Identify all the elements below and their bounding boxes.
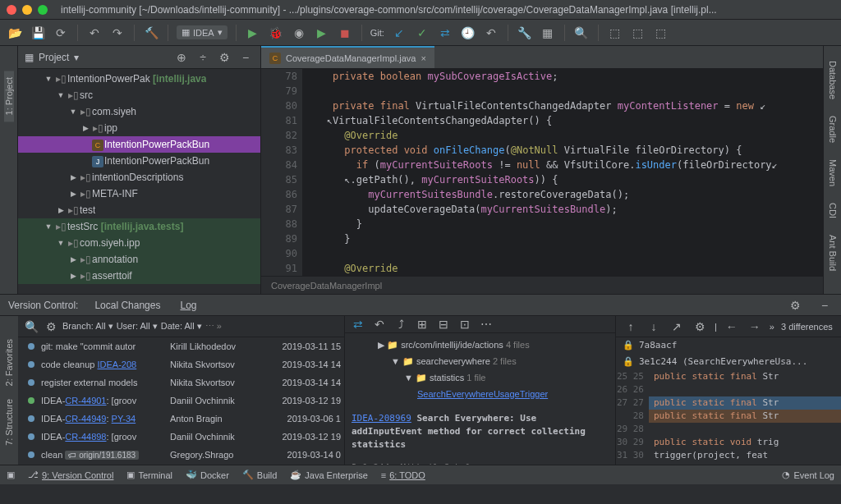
git-history-icon[interactable]: 🕘 [460, 25, 476, 41]
java-ee-button[interactable]: ☕ Java Enterprise [290, 470, 367, 480]
tree-arrow-icon[interactable]: ▼ [43, 222, 54, 231]
git-revert-icon[interactable]: ↶ [483, 25, 499, 41]
maximize-window-icon[interactable] [38, 5, 48, 15]
tree-item[interactable]: ▶▸▯ipp [18, 120, 260, 136]
project-structure-icon[interactable]: ▦ [540, 25, 556, 41]
vcs-tab-log[interactable]: Log [177, 298, 200, 313]
open-icon[interactable]: 📂 [7, 25, 23, 41]
prev-diff-icon[interactable]: ↑ [623, 318, 639, 335]
undo-icon[interactable]: ↶ [86, 25, 103, 41]
tree-item[interactable]: ▶▸▯asserttoif [18, 268, 260, 284]
ant-tool-button[interactable]: Ant Build [828, 228, 838, 277]
tree-item[interactable]: ▼▸▯src [18, 87, 260, 103]
tree-arrow-icon[interactable]: ▼ [55, 91, 67, 99]
tree-arrow-icon[interactable]: ▼ [67, 108, 79, 116]
diff-body[interactable]: 🔒7a8aacf 🔒3e1c244 (SearchEverywhereUsa..… [616, 337, 841, 465]
version-control-button[interactable]: ⎇ 9: Version Control [28, 470, 113, 480]
commit-row[interactable]: IDEA-CR-44901: [groovDaniil Ovchinnik201… [18, 392, 344, 410]
hide-icon[interactable]: − [237, 49, 254, 66]
gear-icon[interactable]: ⚙ [216, 49, 232, 66]
changed-files-tree[interactable]: ▶ 📁 src/com/intellij/ide/actions 4 files… [345, 333, 615, 405]
more-icon[interactable]: ⋯ [478, 316, 494, 332]
collapse-icon[interactable]: ⊡ [457, 316, 473, 332]
cdi-tool-button[interactable]: CDI [828, 196, 838, 225]
editor-tab-coverage[interactable]: C CoverageDataManagerImpl.java × [261, 46, 434, 68]
tree-arrow-icon[interactable]: ▶ [67, 190, 79, 198]
next-diff-icon[interactable]: ↓ [646, 318, 662, 335]
jump-icon[interactable]: ↗ [669, 318, 685, 335]
next-file-icon[interactable]: → [747, 318, 763, 335]
code-content[interactable]: private boolean mySubCoverageIsActive; p… [302, 69, 823, 276]
collapse-icon[interactable]: ÷ [195, 49, 211, 66]
gear-icon[interactable]: ⚙ [43, 318, 59, 335]
database-tool-button[interactable]: Database [828, 54, 838, 106]
gear-icon[interactable]: ⚙ [787, 297, 803, 314]
close-tab-icon[interactable]: × [420, 53, 425, 63]
tree-item[interactable]: ▶▸▯test [18, 202, 260, 218]
commit-row[interactable]: clean 🏷 origin/191.6183Gregory.Shrago201… [18, 446, 344, 464]
tree-item[interactable]: ▶▸▯META-INF [18, 186, 260, 202]
tree-item[interactable]: ▶▸▯annotation [18, 251, 260, 268]
commit-row[interactable]: IDEA-CR-44898: [groovDaniil Ovchinnik201… [18, 428, 344, 446]
tree-arrow-icon[interactable]: ▼ [55, 239, 67, 247]
run-button[interactable]: ▶ [245, 25, 261, 41]
misc-icon-2[interactable]: ⬚ [630, 25, 646, 41]
todo-button[interactable]: ≡ 6: TODO [381, 470, 425, 480]
tree-arrow-icon[interactable]: ▶ [80, 124, 91, 132]
bottom-corner-icon[interactable]: ▣ [7, 470, 15, 480]
gear-icon[interactable]: ⚙ [692, 318, 708, 335]
editor-body[interactable]: 787980818283848586878889909192 private b… [261, 69, 823, 276]
tree-item[interactable]: ▼▸▯IntentionPowerPak [intellij.java [18, 71, 260, 87]
refresh-icon[interactable]: ⟳ [53, 25, 69, 41]
settings-icon[interactable]: 🔧 [517, 25, 533, 41]
tree-arrow-icon[interactable]: ▶ [67, 255, 79, 263]
minimize-window-icon[interactable] [22, 5, 32, 15]
maven-tool-button[interactable]: Maven [828, 153, 838, 193]
save-icon[interactable]: 💾 [30, 25, 46, 41]
commit-row[interactable]: register external modelsNikita Skvortsov… [18, 373, 344, 392]
compare-icon[interactable]: ⇄ [350, 316, 366, 332]
cherry-pick-icon[interactable]: ⤴ [393, 316, 409, 332]
build-icon[interactable]: 🔨 [143, 25, 159, 41]
misc-icon-3[interactable]: ⬚ [653, 25, 669, 41]
tree-item[interactable]: ▶▸▯intentionDescriptions [18, 169, 260, 186]
terminal-button[interactable]: ▣ Terminal [126, 470, 172, 480]
tree-arrow-icon[interactable]: ▶ [67, 173, 79, 181]
run-config-selector[interactable]: ▦ IDEA ▾ [177, 25, 227, 39]
branch-filter[interactable]: Branch: All ▾ [62, 321, 113, 332]
git-update-icon[interactable]: ↙ [391, 25, 407, 41]
build-button[interactable]: 🔨 Build [242, 470, 277, 480]
prev-file-icon[interactable]: ← [724, 318, 740, 335]
hide-icon[interactable]: − [816, 297, 833, 314]
date-filter[interactable]: Date: All ▾ [161, 321, 202, 332]
debug-button[interactable]: 🐞 [268, 25, 284, 41]
project-tool-button[interactable]: 1: Project [4, 71, 14, 121]
stop-button[interactable]: ◼ [337, 25, 353, 41]
tree-arrow-icon[interactable]: ▼ [43, 75, 54, 83]
misc-icon-1[interactable]: ⬚ [607, 25, 623, 41]
group-icon[interactable]: ⊞ [414, 316, 430, 332]
project-tree[interactable]: ▼▸▯IntentionPowerPak [intellij.java▼▸▯sr… [18, 69, 260, 294]
user-filter[interactable]: User: All ▾ [117, 321, 158, 332]
expand-icon[interactable]: ⊟ [435, 316, 452, 332]
tree-item[interactable]: CIntentionPowerPackBun [18, 136, 260, 153]
close-window-icon[interactable] [7, 5, 16, 15]
commit-row[interactable]: git: make "commit autorKirill Likhodedov… [18, 337, 344, 355]
tree-item[interactable]: JIntentionPowerPackBun [18, 153, 260, 169]
gradle-tool-button[interactable]: Gradle [828, 109, 838, 149]
tree-item[interactable]: ▼▸▯com.siyeh [18, 103, 260, 120]
docker-button[interactable]: 🐳 Docker [186, 470, 229, 480]
favorites-tool-button[interactable]: 2: Favorites [4, 332, 14, 392]
search-icon[interactable]: 🔍 [23, 318, 39, 335]
commit-row[interactable]: pass component tooltipGregory.Shrago2019… [18, 464, 344, 465]
tree-arrow-icon[interactable]: ▶ [55, 206, 67, 214]
git-compare-icon[interactable]: ⇄ [437, 25, 453, 41]
target-icon[interactable]: ⊕ [173, 49, 190, 66]
event-log-button[interactable]: ◔ Event Log [782, 470, 834, 480]
tree-item[interactable]: ▼▸▯testSrc [intellij.java.tests] [18, 218, 260, 235]
issue-link[interactable]: IDEA-208969 [352, 413, 411, 424]
revert-icon[interactable]: ↶ [371, 316, 388, 332]
redo-icon[interactable]: ↷ [109, 25, 126, 41]
editor-breadcrumb[interactable]: CoverageDataManagerImpl [261, 276, 823, 294]
tree-item[interactable]: ▼▸▯com.siyeh.ipp [18, 235, 260, 251]
